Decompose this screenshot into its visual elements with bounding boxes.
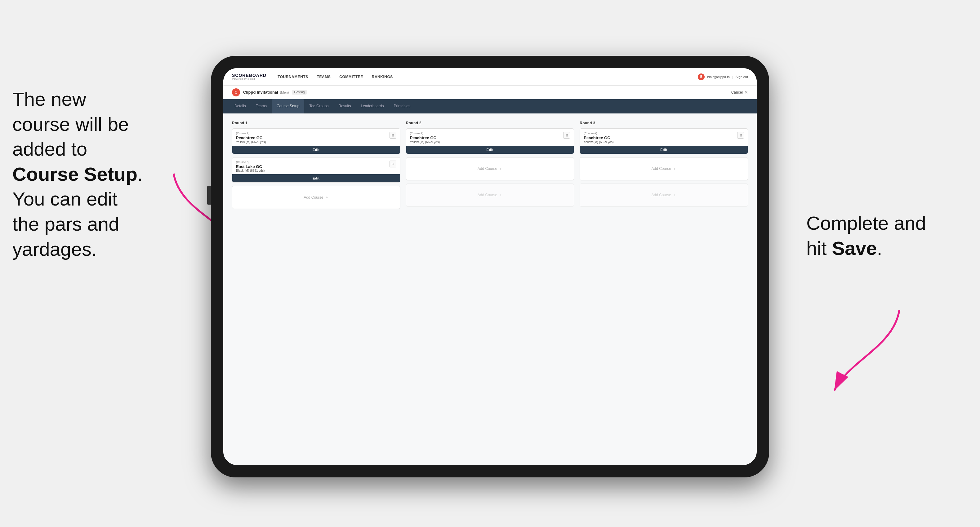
- round1-course-b-info: (Course B) East Lake GC Black (M) (6891 …: [236, 160, 264, 173]
- annotation-right: Complete and hit Save.: [806, 211, 967, 261]
- round3-course-a-card: (Course A) Peachtree GC Yellow (M) (6629…: [580, 129, 748, 154]
- round-3-column: Round 3 (Course A) Peachtree GC Yellow (…: [580, 121, 748, 212]
- tab-printables[interactable]: Printables: [389, 99, 415, 113]
- round1-course-b-name: East Lake GC: [236, 164, 264, 169]
- round2-course-a-card: (Course A) Peachtree GC Yellow (M) (6629…: [406, 129, 574, 154]
- nav-links: TOURNAMENTS TEAMS COMMITTEE RANKINGS: [278, 73, 698, 80]
- brand-title: SCOREBOARD: [232, 73, 266, 78]
- round1-course-a-name: Peachtree GC: [236, 135, 266, 140]
- plus-icon-r3: ＋: [673, 166, 676, 171]
- round3-add-course-2-text: Add Course ＋: [651, 192, 676, 198]
- tab-teams[interactable]: Teams: [251, 99, 272, 113]
- round3-course-a-edit-button[interactable]: Edit: [580, 146, 748, 154]
- tab-details[interactable]: Details: [229, 99, 251, 113]
- brand: SCOREBOARD Powered by clippd: [232, 73, 266, 80]
- round-1-label: Round 1: [232, 121, 400, 125]
- round3-course-a-label: (Course A): [584, 132, 613, 135]
- app-content: SCOREBOARD Powered by clippd TOURNAMENTS…: [223, 68, 757, 465]
- round1-add-course-text: Add Course ＋: [304, 195, 328, 200]
- round3-course-a-info: (Course A) Peachtree GC Yellow (M) (6629…: [584, 132, 613, 144]
- round2-add-course-2-text: Add Course ＋: [477, 192, 503, 198]
- hosting-badge: Hosting: [292, 90, 307, 95]
- round1-course-a-label: (Course A): [236, 132, 266, 135]
- brand-sub: Powered by clippd: [232, 78, 266, 80]
- round2-course-a-info: (Course A) Peachtree GC Yellow (M) (6629…: [410, 132, 440, 144]
- round1-add-course-button[interactable]: Add Course ＋: [232, 186, 400, 209]
- round2-course-a-name: Peachtree GC: [410, 135, 440, 140]
- round2-course-a-label: (Course A): [410, 132, 440, 135]
- plus-icon-r2-2: ＋: [499, 192, 503, 198]
- nav-tournaments[interactable]: TOURNAMENTS: [278, 73, 308, 80]
- main-content: Round 1 (Course A) Peachtree GC Yellow (…: [223, 113, 757, 465]
- round2-add-course-text: Add Course ＋: [477, 166, 503, 171]
- sub-header: C Clippd Invitational (Men) Hosting Canc…: [223, 86, 757, 99]
- round3-add-course-button[interactable]: Add Course ＋: [580, 157, 748, 181]
- round1-course-a-info: (Course A) Peachtree GC Yellow (M) (6629…: [236, 132, 266, 144]
- round1-course-b-card: (Course B) East Lake GC Black (M) (6891 …: [232, 157, 400, 183]
- tournament-type: (Men): [280, 90, 289, 94]
- tabs-bar: Details Teams Course Setup Tee Groups Re…: [223, 99, 757, 113]
- round-3-label: Round 3: [580, 121, 748, 125]
- nav-right: B blair@clippd.io | Sign out: [698, 73, 748, 80]
- arrow-right: [825, 298, 918, 397]
- round3-course-a-delete-icon[interactable]: ⊟: [737, 132, 744, 138]
- cancel-button[interactable]: Cancel ✕: [731, 90, 748, 95]
- nav-rankings[interactable]: RANKINGS: [372, 73, 393, 80]
- nav-committee[interactable]: COMMITTEE: [339, 73, 363, 80]
- avatar: B: [698, 73, 705, 80]
- tablet-shell: SCOREBOARD Powered by clippd TOURNAMENTS…: [211, 56, 769, 478]
- round2-course-a-header: (Course A) Peachtree GC Yellow (M) (6629…: [406, 129, 574, 146]
- tab-results[interactable]: Results: [333, 99, 356, 113]
- tournament-logo: C: [232, 88, 240, 97]
- round3-course-a-tee: Yellow (M) (6629 yds): [584, 140, 613, 144]
- round2-add-course-2-button: Add Course ＋: [406, 184, 574, 207]
- cancel-x-icon: ✕: [744, 90, 748, 95]
- round1-course-b-tee: Black (M) (6891 yds): [236, 169, 264, 172]
- round-2-label: Round 2: [406, 121, 574, 125]
- plus-icon-r3-2: ＋: [673, 192, 676, 198]
- round-2-column: Round 2 (Course A) Peachtree GC Yellow (…: [406, 121, 574, 212]
- tab-leaderboards[interactable]: Leaderboards: [356, 99, 388, 113]
- round1-course-a-header: (Course A) Peachtree GC Yellow (M) (6629…: [232, 129, 400, 146]
- tournament-name: Clippd Invitational: [243, 90, 278, 95]
- top-nav: SCOREBOARD Powered by clippd TOURNAMENTS…: [223, 68, 757, 86]
- round2-add-course-button[interactable]: Add Course ＋: [406, 157, 574, 181]
- round3-add-course-text: Add Course ＋: [651, 166, 676, 171]
- course-setup-bold: Course Setup: [13, 163, 137, 185]
- round3-course-a-name: Peachtree GC: [584, 135, 613, 140]
- round1-course-a-edit-button[interactable]: Edit: [232, 146, 400, 154]
- round1-course-a-tee: Yellow (M) (6629 yds): [236, 140, 266, 144]
- tab-course-setup[interactable]: Course Setup: [272, 99, 304, 113]
- pipe: |: [732, 75, 733, 79]
- tablet-screen: SCOREBOARD Powered by clippd TOURNAMENTS…: [223, 68, 757, 465]
- round2-course-a-delete-icon[interactable]: ⊟: [563, 132, 570, 138]
- round2-course-a-tee: Yellow (M) (6629 yds): [410, 140, 440, 144]
- plus-icon-r1: ＋: [325, 195, 329, 200]
- round1-course-a-card: (Course A) Peachtree GC Yellow (M) (6629…: [232, 129, 400, 154]
- save-bold: Save: [832, 238, 877, 259]
- round3-course-a-header: (Course A) Peachtree GC Yellow (M) (6629…: [580, 129, 748, 146]
- round1-course-b-header: (Course B) East Lake GC Black (M) (6891 …: [232, 157, 400, 175]
- side-button[interactable]: [207, 186, 211, 205]
- round-1-column: Round 1 (Course A) Peachtree GC Yellow (…: [232, 121, 400, 212]
- plus-icon-r2: ＋: [499, 166, 503, 171]
- round1-course-b-delete-icon[interactable]: ⊟: [390, 160, 396, 167]
- nav-teams[interactable]: TEAMS: [317, 73, 331, 80]
- round3-add-course-2-button: Add Course ＋: [580, 184, 748, 207]
- tab-tee-groups[interactable]: Tee Groups: [304, 99, 333, 113]
- round1-course-a-delete-icon[interactable]: ⊟: [390, 132, 396, 138]
- user-email: blair@clippd.io: [707, 75, 729, 79]
- rounds-container: Round 1 (Course A) Peachtree GC Yellow (…: [232, 121, 748, 212]
- sign-out-link[interactable]: Sign out: [736, 75, 748, 79]
- round1-course-b-edit-button[interactable]: Edit: [232, 174, 400, 182]
- round2-course-a-edit-button[interactable]: Edit: [406, 146, 574, 154]
- round1-course-b-label: (Course B): [236, 160, 264, 163]
